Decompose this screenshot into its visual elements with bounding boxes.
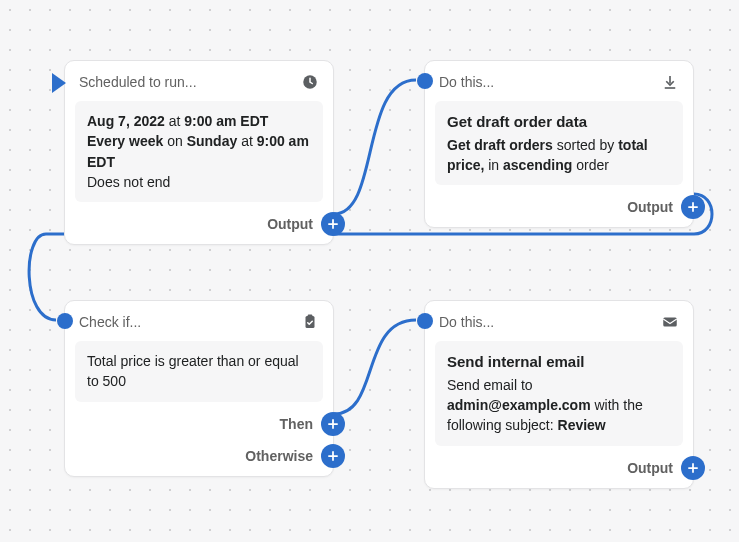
node-send-email[interactable]: Do this... Send internal email Send emai… [424,300,694,489]
output-label: Output [627,460,673,476]
node-body: Aug 7, 2022 at 9:00 am EDT Every week on… [75,101,323,202]
node-check-if[interactable]: Check if... Total price is greater than … [64,300,334,477]
input-port[interactable] [417,313,433,329]
clock-icon [301,73,319,91]
node-header-label: Do this... [439,314,494,330]
then-label: Then [280,416,313,432]
output-label: Output [627,199,673,215]
node-header-label: Scheduled to run... [79,74,197,90]
node-get-data[interactable]: Do this... Get draft order data Get draf… [424,60,694,228]
output-label: Output [267,216,313,232]
node-body: Get draft order data Get draft orders so… [435,101,683,185]
add-then-button[interactable] [321,412,345,436]
otherwise-label: Otherwise [245,448,313,464]
svg-rect-1 [306,316,315,328]
add-output-button[interactable] [321,212,345,236]
clipboard-icon [301,313,319,331]
svg-rect-2 [308,315,313,318]
start-marker-icon [52,73,66,93]
node-header-label: Check if... [79,314,141,330]
node-header-label: Do this... [439,74,494,90]
add-output-button[interactable] [681,456,705,480]
add-output-button[interactable] [681,195,705,219]
input-port[interactable] [417,73,433,89]
node-scheduled[interactable]: Scheduled to run... Aug 7, 2022 at 9:00 … [64,60,334,245]
mail-icon [661,313,679,331]
add-otherwise-button[interactable] [321,444,345,468]
node-body: Send internal email Send email to admin@… [435,341,683,446]
svg-rect-3 [663,318,677,327]
node-body: Total price is greater than or equal to … [75,341,323,402]
download-icon [661,73,679,91]
input-port[interactable] [57,313,73,329]
